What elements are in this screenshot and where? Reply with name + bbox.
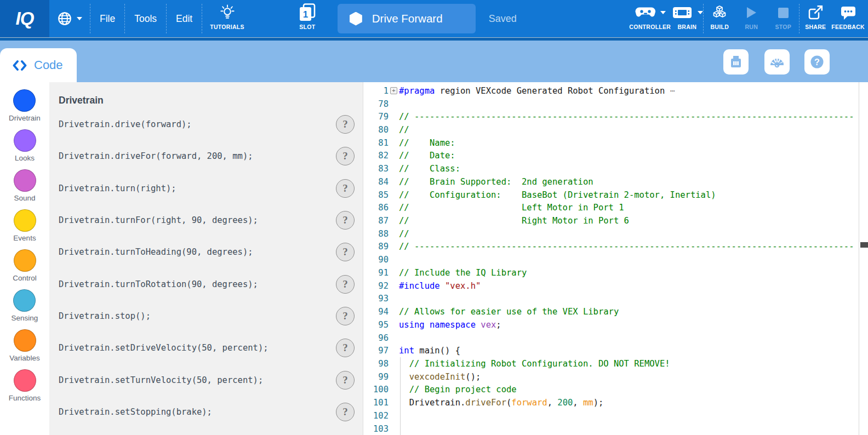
line-number: 87 (363, 216, 389, 226)
run-button[interactable]: RUN (735, 0, 767, 37)
help-button[interactable]: ? (804, 49, 830, 75)
feedback-bubble-icon (840, 4, 857, 21)
command-snippet[interactable]: Drivetrain.turnToHeading(90, degrees); (59, 247, 253, 257)
category-sensing[interactable]: Sensing (12, 289, 38, 322)
category-drivetrain[interactable]: Drivetrain (9, 89, 41, 122)
code-text: // Class: (399, 164, 460, 174)
line-number: 97 (363, 346, 389, 356)
line-number: 89 (363, 242, 389, 251)
code-line: 79// -----------------------------------… (363, 110, 868, 123)
feedback-button[interactable]: FEEDBACK (831, 0, 865, 37)
category-label: Looks (15, 154, 35, 162)
command-group-title: Drivetrain (59, 95, 355, 106)
command-snippet[interactable]: Drivetrain.driveFor(forward, 200, mm); (59, 151, 253, 161)
menu-tools[interactable]: Tools (125, 13, 166, 25)
code-line: 102 (363, 409, 868, 422)
stop-button[interactable]: STOP (767, 0, 799, 37)
lightbulb-icon (220, 4, 235, 21)
command-help-button[interactable]: ? (336, 211, 355, 230)
command-snippet[interactable]: Drivetrain.turnFor(right, 90, degrees); (59, 215, 258, 225)
scrollbar-thumb[interactable] (860, 242, 868, 248)
code-line: 84// Brain Supported: 2nd generation (363, 175, 868, 188)
category-events[interactable]: Events (13, 209, 36, 242)
devices-button[interactable] (723, 49, 749, 75)
command-row: Drivetrain.driveFor(forward, 200, mm);? (59, 140, 355, 172)
command-help-button[interactable]: ? (336, 371, 355, 390)
command-help-button[interactable]: ? (336, 339, 355, 357)
category-dot (13, 289, 36, 312)
code-line: 82// Date: (363, 150, 868, 163)
category-label: Events (13, 234, 36, 242)
code-text: // Allows for easier use of the VEX Libr… (399, 307, 619, 317)
command-row: Drivetrain.setTurnVelocity(50, percent);… (59, 364, 355, 396)
command-snippet[interactable]: Drivetrain.turn(right); (59, 184, 176, 193)
question-mark-icon: ? (809, 54, 825, 70)
code-line: 86// Left Motor in Port 1 (363, 201, 868, 214)
code-line: 91// Include the IQ Library (363, 266, 868, 279)
project-name: Drive Forward (372, 12, 443, 25)
code-editor[interactable]: 1+#pragma region VEXcode Generated Robot… (363, 82, 868, 435)
brain-button[interactable]: BRAIN (671, 0, 703, 37)
line-number: 84 (363, 177, 389, 187)
dashboard-button[interactable] (764, 49, 790, 75)
code-text: // (399, 229, 409, 239)
category-looks[interactable]: Looks (14, 129, 36, 162)
command-row: Drivetrain.setDriveVelocity(50, percent)… (59, 332, 355, 364)
tab-code[interactable]: Code (0, 48, 77, 82)
line-number: 95 (363, 320, 389, 330)
command-help-button[interactable]: ? (336, 115, 355, 134)
line-number: 103 (363, 424, 389, 434)
command-help-button[interactable]: ? (336, 147, 355, 165)
command-snippet[interactable]: Drivetrain.setTurnVelocity(50, percent); (59, 375, 263, 385)
fold-expand-icon[interactable]: + (390, 87, 397, 94)
category-variables[interactable]: Variables (9, 329, 39, 362)
code-text: // Date: (399, 151, 455, 161)
code-text: // -------------------------------------… (399, 112, 854, 122)
command-help-button[interactable]: ? (336, 179, 355, 198)
category-sound[interactable]: Sound (14, 169, 36, 202)
command-snippet[interactable]: Drivetrain.setStopping(brake); (59, 407, 212, 417)
command-row: Drivetrain.turnToRotation(90, degrees);? (59, 268, 355, 300)
slot-icon: 1 (298, 3, 317, 22)
code-line: 87// Right Motor in Port 6 (363, 214, 868, 227)
code-text: // Include the IQ Library (399, 268, 527, 278)
command-snippet[interactable]: Drivetrain.setDriveVelocity(50, percent)… (59, 343, 269, 353)
code-text: // (399, 125, 409, 135)
code-text: #include "vex.h" (399, 281, 481, 291)
category-dot (14, 129, 36, 152)
line-number: 83 (363, 164, 389, 174)
command-help-button[interactable]: ? (336, 275, 355, 294)
code-text: // Initializing Robot Configuration. DO … (399, 359, 670, 369)
code-line: 93 (363, 293, 868, 306)
category-functions[interactable]: Functions (9, 369, 41, 402)
category-control[interactable]: Control (13, 249, 37, 282)
code-line: 101 Drivetrain.driveFor(forward, 200, mm… (363, 396, 868, 409)
code-text: // Begin project code (399, 385, 517, 394)
code-line: 90 (363, 253, 868, 266)
category-dot (14, 329, 36, 352)
command-help-button[interactable]: ? (336, 403, 355, 421)
line-number: 93 (363, 294, 389, 304)
menu-edit[interactable]: Edit (167, 13, 202, 25)
command-row: Drivetrain.setStopping(brake);? (59, 396, 355, 428)
command-snippet[interactable]: Drivetrain.turnToRotation(90, degrees); (59, 279, 258, 289)
build-button[interactable]: BUILD (704, 0, 735, 37)
indent-guide (400, 357, 401, 370)
project-name-button[interactable]: Drive Forward (338, 4, 476, 33)
share-button[interactable]: SHARE (800, 0, 831, 37)
slot-selector[interactable]: 1 SLOT (292, 0, 323, 37)
code-text: // Right Motor in Port 6 (399, 216, 629, 226)
editor-scrollbar[interactable] (859, 82, 868, 435)
command-help-button[interactable]: ? (336, 243, 355, 261)
command-help-button[interactable]: ? (336, 307, 355, 325)
command-row: Drivetrain.drive(forward);? (59, 108, 355, 140)
menu-file[interactable]: File (90, 13, 124, 25)
play-icon (747, 7, 756, 18)
command-snippet[interactable]: Drivetrain.drive(forward); (59, 119, 192, 129)
tutorials-button[interactable]: TUTORIALS (210, 0, 244, 37)
command-snippet[interactable]: Drivetrain.stop(); (59, 311, 151, 321)
command-row: Drivetrain.turnToHeading(90, degrees);? (59, 236, 355, 268)
controller-button[interactable]: CONTROLLER (629, 0, 671, 37)
line-number: 94 (363, 307, 389, 317)
language-menu[interactable] (49, 0, 90, 37)
